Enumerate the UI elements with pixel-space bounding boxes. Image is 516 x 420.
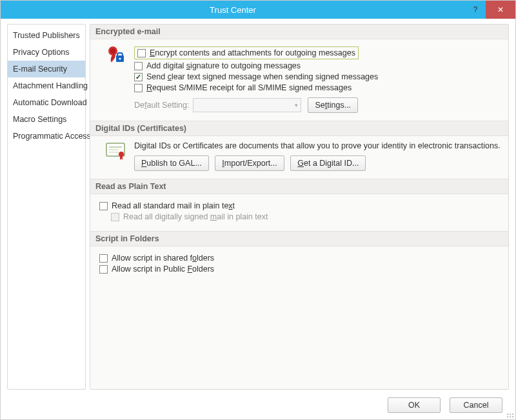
checkbox-cleartext[interactable] — [134, 73, 143, 81]
sidebar-item-programmatic-access[interactable]: Programmatic Access — [8, 128, 85, 145]
import-export-button[interactable]: Import/Export... — [215, 155, 284, 171]
sidebar-item-macro-settings[interactable]: Macro Settings — [8, 111, 85, 128]
help-button[interactable]: ? — [465, 5, 486, 14]
svg-point-4 — [119, 57, 121, 59]
settings-button[interactable]: Settings... — [308, 97, 358, 113]
default-setting-dropdown[interactable]: ▾ — [193, 98, 301, 112]
checkbox-plain-standard[interactable] — [99, 202, 108, 210]
footer: OK Cancel — [1, 390, 515, 420]
section-script: Allow script in shared folders Allow scr… — [90, 246, 508, 389]
checkbox-sign[interactable] — [134, 62, 143, 70]
label-plain-standard: Read all standard mail in plain text — [112, 201, 235, 210]
label-smime: Request S/MIME receipt for all S/MIME si… — [146, 83, 352, 92]
resize-grip[interactable] — [506, 410, 513, 417]
section-plaintext: Read all standard mail in plain text Rea… — [90, 194, 508, 231]
checkbox-smime[interactable] — [134, 84, 143, 92]
get-digital-id-button[interactable]: Get a Digital ID... — [290, 155, 366, 171]
sidebar-item-privacy-options[interactable]: Privacy Options — [8, 44, 85, 61]
label-cleartext: Send clear text signed message when send… — [146, 72, 378, 81]
label-script-shared: Allow script in shared folders — [112, 254, 214, 263]
chevron-down-icon: ▾ — [295, 102, 298, 108]
default-setting-label: Default Setting: — [134, 101, 189, 110]
section-header-digitalids: Digital IDs (Certificates) — [90, 121, 508, 136]
cancel-button[interactable]: Cancel — [450, 397, 502, 413]
label-sign: Add digital signature to outgoing messag… — [146, 61, 301, 70]
sidebar-item-email-security[interactable]: E-mail Security — [8, 61, 85, 77]
section-encrypted: Encrypt contents and attachments for out… — [90, 39, 508, 121]
highlight-encrypt: Encrypt contents and attachments for out… — [134, 46, 359, 59]
sidebar-item-automatic-download[interactable]: Automatic Download — [8, 94, 85, 111]
window-title: Trust Center — [1, 5, 465, 15]
svg-rect-3 — [117, 53, 123, 57]
sidebar-item-attachment-handling[interactable]: Attachment Handling — [8, 77, 85, 94]
certificate-icon — [97, 141, 134, 171]
body-area: Trusted Publishers Privacy Options E-mai… — [1, 19, 515, 390]
sidebar: Trusted Publishers Privacy Options E-mai… — [7, 24, 86, 390]
section-header-plaintext: Read as Plain Text — [90, 179, 508, 194]
checkbox-script-public[interactable] — [99, 265, 108, 274]
sidebar-item-trusted-publishers[interactable]: Trusted Publishers — [8, 27, 85, 44]
section-header-encrypted: Encrypted e-mail — [90, 25, 508, 39]
label-encrypt: Encrypt contents and attachments for out… — [150, 48, 355, 57]
close-button[interactable]: ✕ — [486, 1, 515, 19]
content-pane: Encrypted e-mail — [90, 24, 509, 390]
checkbox-encrypt[interactable] — [137, 49, 146, 57]
svg-point-1 — [110, 48, 115, 54]
section-digitalids: Digital IDs or Certificates are document… — [90, 136, 508, 179]
ok-button[interactable]: OK — [388, 397, 441, 413]
publish-gal-button[interactable]: Publish to GAL... — [134, 155, 209, 171]
titlebar: Trust Center ? ✕ — [1, 1, 515, 19]
digitalids-desc: Digital IDs or Certificates are document… — [134, 141, 502, 150]
checkbox-plain-signed — [111, 213, 119, 221]
label-script-public: Allow script in Public Folders — [112, 265, 214, 274]
close-icon: ✕ — [497, 5, 504, 14]
encrypted-icon — [97, 45, 134, 113]
checkbox-script-shared[interactable] — [99, 254, 108, 263]
section-header-script: Script in Folders — [90, 231, 508, 246]
label-plain-signed: Read all digitally signed mail in plain … — [123, 212, 268, 221]
